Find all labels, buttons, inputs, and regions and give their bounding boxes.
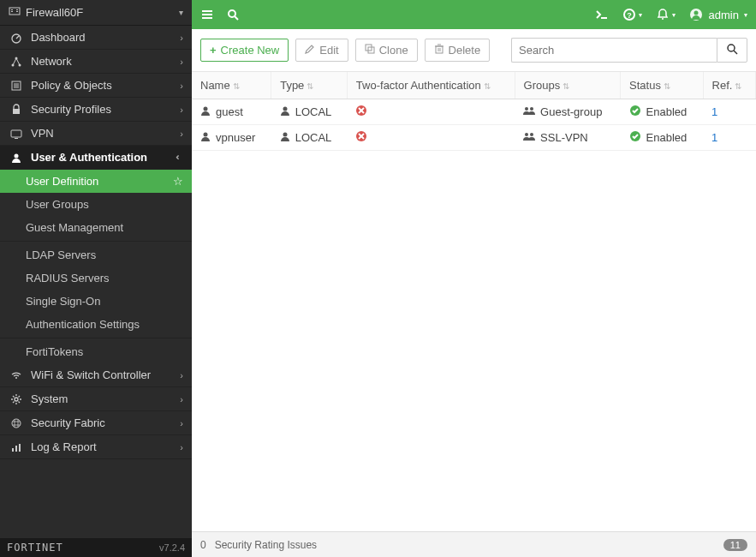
- col-groups[interactable]: Groups⇅: [515, 72, 620, 99]
- subnav-guest-mgmt[interactable]: Guest Management: [0, 216, 192, 239]
- menu-toggle-icon[interactable]: [200, 8, 214, 21]
- col-name[interactable]: Name⇅: [192, 72, 271, 99]
- gear-icon: [9, 393, 24, 405]
- svg-line-26: [13, 396, 15, 398]
- delete-button[interactable]: Delete: [425, 39, 491, 62]
- brand-logo: FORTINET: [7, 542, 63, 554]
- toolbar: + Create New Edit Clone Delete: [192, 29, 756, 72]
- nav-dashboard[interactable]: Dashboard ›: [0, 26, 192, 50]
- col-type[interactable]: Type⇅: [271, 72, 348, 99]
- chevron-right-icon: ›: [180, 418, 183, 428]
- device-icon: [9, 5, 21, 20]
- nav-policy[interactable]: Policy & Objects ›: [0, 74, 192, 98]
- cell-type: LOCAL: [295, 105, 332, 118]
- svg-line-6: [16, 36, 19, 39]
- col-two-factor[interactable]: Two-factor Authentication⇅: [347, 72, 515, 99]
- svg-rect-2: [11, 11, 13, 12]
- clone-button[interactable]: Clone: [355, 39, 418, 62]
- sidebar-footer: FORTINET v7.2.4: [0, 538, 192, 557]
- cell-group: SSL-VPN: [540, 131, 588, 144]
- svg-rect-4: [16, 11, 18, 12]
- subnav-user-groups[interactable]: User Groups: [0, 193, 192, 216]
- nav-system[interactable]: System ›: [0, 387, 192, 411]
- subnav-ldap[interactable]: LDAP Servers: [0, 243, 192, 267]
- issues-count: 0: [200, 539, 206, 551]
- subnav-sso[interactable]: Single Sign-On: [0, 290, 192, 313]
- issues-label[interactable]: Security Rating Issues: [215, 539, 317, 551]
- nav-network[interactable]: Network ›: [0, 50, 192, 74]
- subnav-fortitokens[interactable]: FortiTokens: [0, 340, 192, 363]
- svg-rect-18: [15, 138, 18, 139]
- group-icon: [523, 105, 535, 118]
- chevron-right-icon: ›: [180, 105, 183, 115]
- chevron-right-icon: ›: [180, 33, 183, 43]
- col-ref[interactable]: Ref.⇅: [703, 72, 755, 99]
- svg-rect-35: [12, 448, 14, 452]
- footer-badge[interactable]: 11: [723, 539, 747, 551]
- svg-line-11: [16, 58, 20, 65]
- svg-line-28: [13, 401, 15, 403]
- nav-vpn[interactable]: VPN ›: [0, 122, 192, 146]
- svg-point-67: [283, 133, 287, 137]
- svg-line-27: [19, 401, 21, 403]
- table-row[interactable]: guestLOCALGuest-groupEnabled1: [192, 99, 756, 125]
- cell-ref[interactable]: 1: [711, 131, 717, 144]
- plus-icon: +: [210, 44, 217, 57]
- help-icon[interactable]: ?▾: [622, 8, 642, 21]
- edit-button[interactable]: Edit: [295, 39, 348, 62]
- admin-menu[interactable]: admin▾: [689, 8, 747, 21]
- device-caret-icon: ▾: [179, 8, 183, 17]
- sidebar: Firewall60F ▾ Dashboard › Network › Poli…: [0, 0, 192, 557]
- svg-rect-1: [11, 9, 13, 10]
- svg-rect-17: [11, 130, 21, 137]
- svg-point-59: [283, 107, 287, 111]
- bell-icon[interactable]: ▾: [656, 8, 676, 21]
- footer: 0 Security Rating Issues 11: [192, 531, 756, 557]
- vpn-icon: [9, 128, 24, 140]
- svg-rect-0: [9, 8, 20, 15]
- subnav-radius[interactable]: RADIUS Servers: [0, 267, 192, 290]
- user-icon: [200, 105, 211, 118]
- table-row[interactable]: vpnuserLOCALSSL-VPNEnabled1: [192, 125, 756, 151]
- device-header[interactable]: Firewall60F ▾: [0, 0, 192, 26]
- network-icon: [9, 56, 24, 68]
- nav-fabric[interactable]: Security Fabric ›: [0, 411, 192, 435]
- create-new-button[interactable]: + Create New: [200, 39, 289, 62]
- chevron-right-icon: ›: [180, 394, 183, 404]
- svg-rect-16: [13, 109, 20, 114]
- svg-point-46: [662, 18, 664, 20]
- cell-status: Enabled: [646, 105, 688, 118]
- policy-icon: [9, 80, 24, 92]
- user-icon: [280, 105, 290, 118]
- nav-security[interactable]: Security Profiles ›: [0, 98, 192, 122]
- svg-line-57: [734, 51, 737, 54]
- search-button[interactable]: [717, 38, 747, 63]
- svg-point-72: [530, 133, 533, 136]
- fabric-icon: [9, 417, 24, 429]
- user-icon: [9, 152, 24, 164]
- admin-label: admin: [709, 9, 739, 21]
- cell-group: Guest-group: [540, 105, 602, 118]
- cli-icon[interactable]: [595, 8, 609, 21]
- subnav-user-definition[interactable]: User Definition ☆: [0, 170, 192, 193]
- status-enabled-icon: [629, 130, 641, 145]
- search-icon[interactable]: [226, 8, 240, 21]
- svg-rect-36: [15, 446, 17, 452]
- svg-point-56: [728, 45, 735, 51]
- nav-wifi[interactable]: WiFi & Switch Controller ›: [0, 363, 192, 387]
- dashboard-icon: [9, 32, 24, 44]
- subnav-auth-settings[interactable]: Authentication Settings: [0, 313, 192, 336]
- star-icon[interactable]: ☆: [173, 175, 183, 188]
- nav-log[interactable]: Log & Report ›: [0, 435, 192, 459]
- svg-rect-3: [16, 9, 18, 10]
- svg-point-19: [15, 153, 19, 158]
- svg-point-63: [525, 107, 528, 111]
- svg-point-48: [693, 11, 698, 15]
- search-input[interactable]: [511, 38, 717, 63]
- cell-ref[interactable]: 1: [711, 105, 717, 118]
- nav-user-auth[interactable]: User & Authentication ⌄: [0, 146, 192, 170]
- pencil-icon: [305, 44, 315, 57]
- lock-icon: [9, 104, 24, 116]
- col-status[interactable]: Status⇅: [621, 72, 703, 99]
- svg-text:?: ?: [627, 11, 632, 20]
